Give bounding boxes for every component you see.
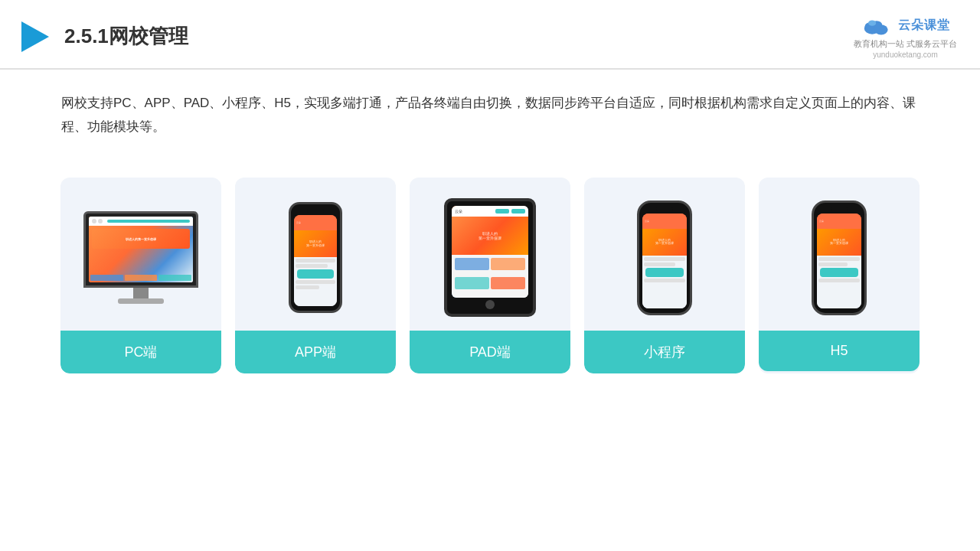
pad-image-area: 云朵 职进人的第一堂升值课	[410, 178, 570, 331]
phone-row	[296, 280, 335, 284]
page-title: 2.5.1网校管理	[64, 23, 188, 50]
phone-header-bar: 云朵	[294, 215, 337, 230]
app-label: APP端	[235, 331, 396, 373]
logo-area: 云朵课堂 教育机构一站 式服务云平台 yunduoketang.com	[854, 14, 957, 59]
logo-text: 云朵课堂	[898, 18, 950, 34]
phone-row	[296, 285, 319, 289]
cloud-logo-icon	[860, 14, 893, 37]
phone-hero-area: 职进人的第一堂升值课	[294, 230, 337, 257]
phone-row	[818, 279, 860, 282]
phone-button-bar	[820, 268, 858, 277]
pad-nav: 云朵	[452, 206, 528, 217]
pc-nav-dot	[92, 219, 96, 223]
phone-screen-content: 云朵 职进人的第一堂升值课	[817, 214, 861, 308]
app-image-area: 云朵 职进人的第一堂升值课	[235, 178, 396, 331]
card-app: 云朵 职进人的第一堂升值课	[235, 178, 396, 373]
pad-home-btn	[485, 300, 495, 309]
phone-screen: 云朵 职进人的第一堂升值课	[642, 214, 687, 308]
phone-row	[644, 262, 675, 266]
pad-label: PAD端	[410, 331, 570, 373]
pad-screen: 云朵 职进人的第一堂升值课	[452, 206, 528, 298]
pad-block	[491, 258, 525, 270]
miniapp-phone-mockup: 云朵 职进人的第一堂升值课	[637, 201, 692, 315]
pc-screen-inner: 职进人的第一堂升值课	[89, 217, 193, 282]
pad-screen-content: 云朵 职进人的第一堂升值课	[452, 206, 528, 298]
logo-cloud: 云朵课堂	[860, 14, 950, 37]
card-h5: 云朵 职进人的第一堂升值课	[759, 178, 920, 373]
phone-body-area	[642, 256, 687, 308]
pad-nav-item	[511, 209, 525, 214]
phone-row	[296, 259, 335, 262]
phone-hero-text: 职进人的第一堂升值课	[655, 239, 674, 246]
pc-image-area: 职进人的第一堂升值课	[60, 178, 221, 331]
phone-screen-content: 云朵 职进人的第一堂升值课	[642, 214, 687, 308]
pad-body	[452, 255, 528, 298]
phone-header-bar: 云朵	[642, 214, 687, 229]
header: 2.5.1网校管理 云朵课堂 教育机构一站 式服务云平台 yunduoketan…	[0, 0, 980, 70]
phone-row	[296, 264, 328, 268]
phone-screen: 云朵 职进人的第一堂升值课	[817, 214, 861, 308]
pad-block	[455, 258, 489, 270]
pc-stand-neck	[133, 288, 149, 298]
header-left: 2.5.1网校管理	[15, 18, 188, 55]
phone-row	[818, 262, 848, 266]
card-pc: 职进人的第一堂升值课	[60, 178, 221, 373]
pad-hero-text: 职进人的第一堂升值课	[479, 231, 501, 240]
pad-nav-item	[495, 209, 509, 214]
phone-hero-text: 职进人的第一堂升值课	[830, 239, 848, 246]
pad-block	[491, 277, 525, 289]
h5-label: H5	[759, 331, 920, 371]
phone-notch	[307, 209, 324, 213]
description-text: 网校支持PC、APP、PAD、小程序、H5，实现多端打通，产品各终端自由切换，数…	[0, 70, 980, 147]
pc-stand-base	[118, 298, 164, 304]
card-pad: 云朵 职进人的第一堂升值课	[410, 178, 570, 373]
phone-body-area	[817, 256, 861, 308]
phone-row	[644, 257, 685, 261]
pc-nav-bar	[89, 217, 193, 226]
phone-row	[644, 279, 685, 282]
phone-notch	[831, 207, 848, 211]
h5-image-area: 云朵 职进人的第一堂升值课	[759, 178, 920, 331]
phone-hero-area: 职进人的第一堂升值课	[642, 229, 687, 256]
phone-hero-area: 职进人的第一堂升值课	[817, 229, 861, 256]
pad-mockup: 云朵 职进人的第一堂升值课	[444, 198, 536, 317]
logo-subtext: 教育机构一站 式服务云平台 yunduoketang.com	[854, 38, 957, 59]
phone-row	[818, 257, 860, 261]
miniapp-image-area: 云朵 职进人的第一堂升值课	[584, 178, 745, 331]
phone-button-bar	[297, 269, 334, 279]
phone-screen: 云朵 职进人的第一堂升值课	[294, 215, 337, 306]
phone-hero-text: 职进人的第一堂升值课	[306, 240, 325, 248]
phone-body-area	[294, 257, 337, 306]
phone-button-bar	[645, 268, 684, 277]
pc-screen-content: 职进人的第一堂升值课	[89, 217, 193, 282]
app-phone-mockup: 云朵 职进人的第一堂升值课	[289, 202, 342, 313]
pc-nav-dot	[98, 219, 103, 223]
phone-notch	[656, 207, 673, 211]
miniapp-label: 小程序	[584, 331, 745, 373]
card-miniapp: 云朵 职进人的第一堂升值课	[584, 178, 745, 373]
pc-mockup: 职进人的第一堂升值课	[83, 211, 198, 304]
svg-point-5	[868, 20, 876, 25]
pc-screen-outer: 职进人的第一堂升值课	[83, 211, 198, 288]
phone-header-bar: 云朵	[817, 214, 861, 229]
pc-label: PC端	[60, 331, 221, 373]
svg-marker-0	[21, 21, 49, 52]
play-icon	[15, 18, 52, 55]
cards-container: 职进人的第一堂升值课	[0, 155, 980, 396]
pad-block	[455, 277, 489, 289]
pad-hero: 职进人的第一堂升值课	[452, 217, 528, 255]
h5-phone-mockup: 云朵 职进人的第一堂升值课	[812, 201, 867, 315]
pc-body: 职进人的第一堂升值课	[89, 226, 193, 282]
phone-screen-content: 云朵 职进人的第一堂升值课	[294, 215, 337, 306]
